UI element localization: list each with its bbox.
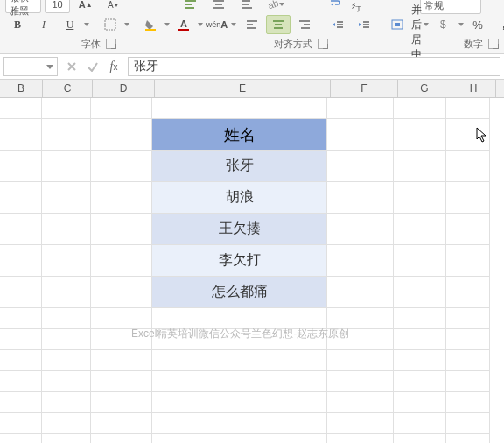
cell[interactable] xyxy=(446,308,490,329)
col-header-D[interactable]: D xyxy=(93,80,155,97)
cell[interactable] xyxy=(91,277,152,308)
cell[interactable] xyxy=(394,98,446,119)
cell[interactable] xyxy=(446,329,490,350)
cell[interactable] xyxy=(91,329,152,350)
cell[interactable] xyxy=(446,119,490,151)
cell[interactable] xyxy=(0,371,42,392)
cell[interactable] xyxy=(42,98,91,119)
col-header-C[interactable]: C xyxy=(43,80,93,97)
cell[interactable] xyxy=(91,119,152,151)
cell[interactable] xyxy=(446,277,490,308)
cell[interactable] xyxy=(152,434,327,443)
cell[interactable] xyxy=(0,98,42,119)
percent-icon[interactable]: % xyxy=(466,15,490,34)
table-row[interactable] xyxy=(0,308,504,329)
align-center-icon[interactable] xyxy=(266,15,290,34)
cancel-icon[interactable] xyxy=(61,58,82,75)
cell[interactable] xyxy=(394,119,446,151)
decrease-indent-icon[interactable] xyxy=(326,15,350,34)
table-row[interactable] xyxy=(0,350,504,371)
cell[interactable] xyxy=(446,245,490,277)
col-header-E[interactable]: E xyxy=(155,80,331,97)
table-row[interactable]: 张牙 xyxy=(0,151,504,182)
table-data-cell[interactable]: 胡浪 xyxy=(152,182,327,214)
increase-font-icon[interactable]: A▲ xyxy=(74,0,98,14)
cell[interactable] xyxy=(394,371,446,392)
enter-icon[interactable] xyxy=(82,58,103,75)
table-row[interactable]: 王欠揍 xyxy=(0,214,504,245)
cell[interactable] xyxy=(42,277,91,308)
cell[interactable] xyxy=(327,413,394,434)
cell[interactable] xyxy=(0,277,42,308)
number-format-box[interactable]: 常规 xyxy=(420,0,481,14)
orientation-icon[interactable]: ab xyxy=(262,0,289,14)
table-row[interactable] xyxy=(0,392,504,413)
cell[interactable] xyxy=(0,350,42,371)
phonetic-dropdown-icon[interactable] xyxy=(231,23,236,26)
decrease-font-icon[interactable]: A▼ xyxy=(102,0,126,14)
cell[interactable] xyxy=(394,434,446,443)
cell[interactable] xyxy=(327,119,394,151)
name-box[interactable] xyxy=(4,57,58,76)
cell[interactable] xyxy=(152,350,327,371)
font-name-box[interactable]: 微软雅黑 xyxy=(5,0,41,13)
grid[interactable]: BCDEFGH 姓名张牙胡浪王欠揍李欠打怎么都痛 Excel精英培训微信公众号兰… xyxy=(0,80,504,443)
cell[interactable] xyxy=(446,350,490,371)
cell[interactable] xyxy=(327,434,394,443)
accounting-dropdown-icon[interactable] xyxy=(458,23,464,26)
cell[interactable] xyxy=(327,308,394,329)
cell[interactable] xyxy=(0,151,42,182)
cell[interactable] xyxy=(446,413,490,434)
cell[interactable] xyxy=(152,413,327,434)
table-data-cell[interactable]: 怎么都痛 xyxy=(152,277,327,308)
cell[interactable] xyxy=(91,182,152,214)
cell[interactable] xyxy=(42,214,91,245)
cell[interactable] xyxy=(152,308,327,329)
cell[interactable] xyxy=(446,434,490,443)
cell[interactable] xyxy=(91,413,152,434)
cell[interactable] xyxy=(91,151,152,182)
bold-icon[interactable]: B xyxy=(5,15,30,34)
table-header-cell[interactable]: 姓名 xyxy=(152,119,327,151)
cell[interactable] xyxy=(91,392,152,413)
cell[interactable] xyxy=(152,371,327,392)
cell[interactable] xyxy=(42,434,91,443)
cell[interactable] xyxy=(42,329,91,350)
col-header-G[interactable]: G xyxy=(398,80,452,97)
cell[interactable] xyxy=(91,214,152,245)
border-dropdown-icon[interactable] xyxy=(124,23,130,26)
cell[interactable] xyxy=(327,329,394,350)
cell[interactable] xyxy=(394,214,446,245)
grid-rows[interactable]: 姓名张牙胡浪王欠揍李欠打怎么都痛 xyxy=(0,98,504,443)
table-row[interactable] xyxy=(0,329,504,350)
col-header-H[interactable]: H xyxy=(452,80,496,97)
table-data-cell[interactable]: 张牙 xyxy=(152,151,327,182)
col-header-B[interactable]: B xyxy=(0,80,43,97)
table-data-cell[interactable]: 王欠揍 xyxy=(152,214,327,245)
align-top-icon[interactable] xyxy=(178,0,203,14)
comma-icon[interactable]: ， xyxy=(492,15,504,34)
cell[interactable] xyxy=(394,350,446,371)
cell[interactable] xyxy=(0,214,42,245)
cell[interactable] xyxy=(394,308,446,329)
fx-icon[interactable]: fx xyxy=(103,58,124,75)
cell[interactable] xyxy=(91,350,152,371)
font-color-dropdown-icon[interactable] xyxy=(198,23,203,26)
font-dialog-icon[interactable] xyxy=(106,39,116,49)
cell[interactable] xyxy=(0,434,42,443)
cell[interactable] xyxy=(42,151,91,182)
col-header-F[interactable]: F xyxy=(331,80,398,97)
fill-color-dropdown-icon[interactable] xyxy=(164,23,170,26)
cell[interactable] xyxy=(446,182,490,214)
cell[interactable] xyxy=(446,151,490,182)
phonetic-icon[interactable]: wénA xyxy=(205,15,229,34)
cell[interactable] xyxy=(394,329,446,350)
cell[interactable] xyxy=(91,98,152,119)
fill-color-icon[interactable] xyxy=(138,15,163,34)
cell[interactable] xyxy=(394,182,446,214)
wrap-text-label[interactable]: 自动换行 xyxy=(352,0,382,14)
cell[interactable] xyxy=(446,214,490,245)
cell[interactable] xyxy=(327,350,394,371)
align-middle-icon[interactable] xyxy=(206,0,231,14)
table-row[interactable]: 怎么都痛 xyxy=(0,277,504,308)
